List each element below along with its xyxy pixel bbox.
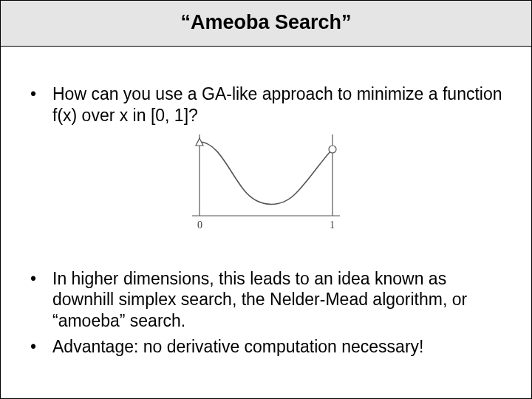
bullet-dot: • bbox=[27, 83, 52, 126]
function-plot: 0 1 bbox=[177, 131, 355, 234]
bullet-item: • In higher dimensions, this leads to an… bbox=[27, 268, 505, 332]
bullet-item: • Advantage: no derivative computation n… bbox=[27, 336, 505, 358]
svg-point-4 bbox=[329, 146, 336, 153]
x-tick-0: 0 bbox=[197, 219, 202, 231]
figure-container: 0 1 bbox=[27, 131, 505, 237]
bullet-text: Advantage: no derivative computation nec… bbox=[52, 336, 505, 358]
bullet-item: • How can you use a GA-like approach to … bbox=[27, 83, 505, 126]
plot-svg bbox=[177, 131, 355, 234]
bullet-dot: • bbox=[27, 268, 52, 332]
bullet-dot: • bbox=[27, 336, 52, 358]
slide-title: “Ameoba Search” bbox=[1, 11, 531, 34]
slide-body: • How can you use a GA-like approach to … bbox=[1, 47, 531, 358]
title-bar: “Ameoba Search” bbox=[1, 1, 531, 47]
bullet-text: In higher dimensions, this leads to an i… bbox=[52, 268, 505, 332]
x-tick-1: 1 bbox=[330, 219, 335, 231]
bullet-text: How can you use a GA-like approach to mi… bbox=[52, 83, 505, 126]
